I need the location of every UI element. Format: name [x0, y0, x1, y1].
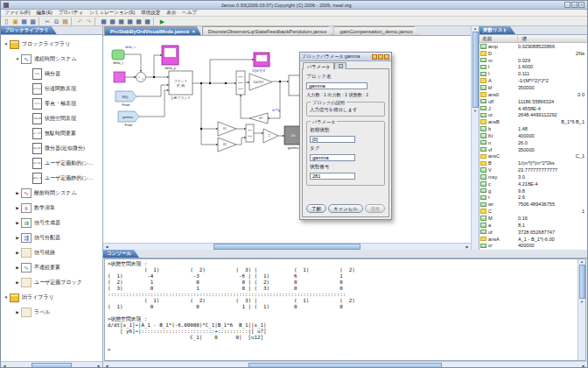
field-input-0[interactable] [310, 136, 355, 143]
tree-item-12[interactable]: ▶⇉信号生成器 [1, 216, 102, 230]
variable-row-23[interactable]: wr7506.489436755 [480, 201, 587, 208]
scope-delta[interactable]: delta_y [162, 46, 178, 70]
gain-inv-ml2[interactable]: -1/(m*l)^2 [249, 74, 272, 90]
variable-row-19[interactable]: msy3.0 [480, 173, 587, 180]
expand-icon[interactable]: ▼ [3, 42, 10, 46]
variable-row-4[interactable]: I0.111 [480, 70, 587, 77]
variable-row-14[interactable]: n26.0 [480, 139, 587, 146]
menu-item-2[interactable]: プロパティ [59, 10, 83, 16]
tree-item-7[interactable]: du/dt微分器(近似微分) [1, 141, 102, 156]
menu-item-5[interactable]: 表示 [166, 10, 176, 16]
canvas-vertical-scrollbar[interactable]: ▲ ▼ [471, 26, 479, 250]
scroll-right-icon[interactable]: ▶ [464, 244, 471, 249]
scroll-up-icon[interactable]: ▲ [472, 26, 479, 31]
tree-item-3[interactable]: 1/s+1伝達関数表現 [1, 81, 102, 96]
grid-2-icon[interactable]: ▦ [108, 18, 116, 25]
scroll-down-icon[interactable]: ▼ [578, 300, 585, 304]
dialog-minimize-icon[interactable] [372, 54, 377, 60]
scroll-thumb[interactable] [472, 32, 479, 108]
variable-row-26[interactable]: a8.1 [480, 222, 587, 229]
scroll-left-icon[interactable]: ◀ [103, 364, 110, 368]
collapse-icon[interactable]: ▶ [14, 191, 21, 195]
step-source[interactable]: delta_r [112, 50, 124, 65]
expand-icon[interactable]: ▼ [3, 295, 10, 300]
variable-row-15[interactable]: vf350000 [480, 146, 587, 153]
tree-item-11[interactable]: ▶±数学演算 [1, 201, 102, 216]
tree-item-4[interactable]: s-z/s-p零点・極表現 [1, 96, 102, 111]
variable-row-12[interactable]: b1.48 [480, 125, 587, 132]
maximize-button[interactable]: □ [571, 2, 578, 8]
collapse-icon[interactable]: ▶ [14, 236, 21, 240]
cut-icon[interactable]: ✂ [44, 18, 52, 25]
scroll-right-icon[interactable]: ▶ [580, 364, 587, 368]
variable-row-27[interactable]: uf3728.652687747 [480, 229, 587, 236]
tree-item-1[interactable]: ▼∿連続時間システム [1, 52, 102, 67]
collapse-icon[interactable]: ▶ [14, 265, 21, 270]
console-vertical-scrollbar[interactable]: ▲ ▼ [578, 259, 585, 360]
collapse-icon[interactable]: ▶ [14, 206, 21, 210]
sum-junction[interactable]: ++ [136, 73, 146, 82]
variable-row-17[interactable]: B1/(m*l)*(m^2*2ks [480, 159, 587, 166]
variable-row-25[interactable]: M0.16 [480, 215, 587, 222]
gain-k2[interactable]: K2 [218, 138, 236, 152]
scroll-down-icon[interactable]: ▼ [472, 109, 479, 113]
variable-row-9[interactable]: J4.4558E-4 [480, 105, 587, 112]
tab-parameters[interactable]: パラメータ [303, 62, 334, 69]
variable-row-24[interactable]: C1 [480, 208, 587, 215]
close-button[interactable]: × [578, 2, 584, 8]
grid-3-icon[interactable]: ▦ [117, 18, 125, 25]
variable-row-6[interactable]: kf350000 [480, 84, 587, 91]
menu-item-1[interactable]: 編集(E) [37, 10, 52, 16]
tree-item-17[interactable]: ▼旧ライブラリ [1, 290, 102, 305]
tree-item-14[interactable]: ▶信号経路 [1, 245, 102, 260]
tree-item-13[interactable]: ▶⇶信号分配器 [1, 230, 102, 245]
ok-button[interactable]: 了解 [306, 204, 326, 213]
dialog-close-icon[interactable] [384, 54, 389, 60]
sidebar-horizontal-scrollbar[interactable]: ◀ ▶ [1, 361, 102, 368]
gain-ml[interactable]: m*l [249, 113, 268, 124]
gain-k1[interactable]: K1 [218, 122, 236, 136]
collapse-icon[interactable]: ▶ [14, 310, 21, 315]
run-icon[interactable]: ▶ [158, 18, 166, 25]
scroll-right-icon[interactable]: ▶ [95, 364, 102, 368]
tab-close-icon[interactable]: × [192, 29, 194, 34]
tab-console[interactable]: コンソール [103, 250, 139, 258]
variable-row-20[interactable]: c4.218E-4 [480, 180, 587, 188]
variable-row-7[interactable]: ans00 0 [480, 91, 587, 98]
doc-tab-0[interactable]: ProStabByOrdVisualMode.jamox× [104, 26, 201, 35]
menu-item-4[interactable]: 環境設定 [141, 10, 160, 16]
paste-icon[interactable]: ▤ [61, 18, 69, 25]
field-input-1[interactable] [310, 154, 355, 161]
undo-icon[interactable]: ↶ [76, 18, 84, 25]
grid-4-icon[interactable]: ▦ [126, 18, 134, 25]
doc-tab-1[interactable]: DiscreteObserverLqrStateFeedbackPendulum… [202, 26, 333, 35]
variable-row-1[interactable]: D2Ns [480, 50, 587, 57]
variable-row-22[interactable]: r2.6 [480, 195, 587, 202]
tree-item-8[interactable]: Dyn Sysユーザ定義動的(シ... [1, 156, 102, 171]
tree-item-9[interactable]: Static Sysユーザ定義静的(シ... [1, 171, 102, 186]
scroll-left-icon[interactable]: ◀ [1, 364, 8, 368]
menu-item-0[interactable]: ファイル(F) [4, 10, 31, 16]
minimize-button[interactable]: − [564, 2, 570, 8]
variable-row-21[interactable]: g9.8 [480, 188, 587, 195]
field-input-2[interactable] [310, 173, 355, 180]
tree-item-2[interactable]: 1/s積分器 [1, 67, 102, 81]
variable-row-0[interactable]: amp0.029088520866 [480, 43, 587, 50]
column-value[interactable]: 値 [518, 35, 587, 43]
variable-row-28[interactable]: ansAA_1 - B_1*(-6.00 [480, 236, 587, 243]
redo-icon[interactable]: ↷ [85, 18, 93, 25]
scroll-thumb[interactable] [579, 265, 585, 299]
column-name[interactable]: 名前 [480, 35, 518, 43]
grid-6-icon[interactable]: ▦ [144, 18, 151, 25]
const-source[interactable] [114, 72, 125, 82]
collapse-icon[interactable]: ▶ [14, 280, 21, 285]
menu-item-6[interactable]: ヘルプ [182, 10, 197, 16]
collapse-icon[interactable]: ▶ [14, 221, 21, 225]
expand-icon[interactable]: ▼ [14, 57, 21, 61]
variable-row-8[interactable]: uff11186.55866324 [480, 98, 587, 105]
save-icon[interactable]: ▦ [20, 18, 28, 25]
collapse-icon[interactable]: ▶ [14, 251, 21, 255]
dialog-maximize-icon[interactable] [378, 54, 383, 60]
sum2-block[interactable] [246, 124, 254, 142]
menu-item-3[interactable]: シミュレーション(S) [89, 10, 135, 16]
